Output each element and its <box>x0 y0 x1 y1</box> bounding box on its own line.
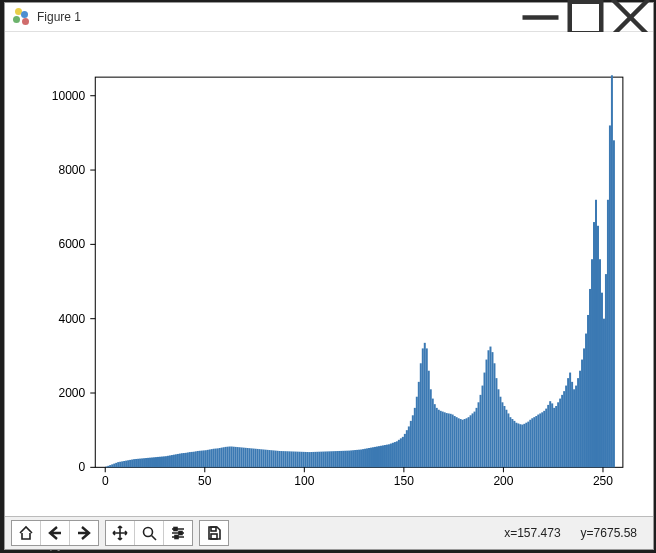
svg-rect-17 <box>135 459 137 467</box>
svg-rect-14 <box>129 460 131 467</box>
svg-rect-287 <box>211 534 217 539</box>
svg-rect-81 <box>263 449 265 467</box>
svg-rect-128 <box>356 450 358 467</box>
svg-rect-142 <box>384 445 386 467</box>
svg-rect-184 <box>468 417 470 467</box>
svg-rect-93 <box>286 451 288 467</box>
svg-rect-23 <box>147 458 149 467</box>
svg-rect-236 <box>571 382 573 467</box>
svg-rect-111 <box>322 452 324 468</box>
svg-rect-130 <box>360 449 362 467</box>
svg-rect-148 <box>396 441 398 467</box>
svg-rect-153 <box>406 430 408 467</box>
zoom-button[interactable] <box>135 521 164 545</box>
svg-rect-37 <box>175 454 177 467</box>
svg-point-282 <box>144 528 153 537</box>
nav-toolbar: x=157.473 y=7675.58 <box>5 517 653 549</box>
svg-rect-161 <box>422 348 424 467</box>
home-button[interactable] <box>12 521 41 545</box>
svg-rect-200 <box>499 397 501 468</box>
svg-rect-88 <box>276 451 278 468</box>
svg-rect-97 <box>294 452 296 468</box>
save-button[interactable] <box>200 521 228 545</box>
svg-rect-199 <box>497 389 499 467</box>
svg-rect-186 <box>472 413 474 467</box>
svg-rect-85 <box>270 450 272 467</box>
svg-rect-10 <box>121 461 123 467</box>
svg-rect-74 <box>249 448 251 467</box>
svg-rect-54 <box>209 449 211 467</box>
svg-rect-196 <box>491 352 493 467</box>
svg-rect-132 <box>364 449 366 468</box>
titlebar: Figure 1 <box>5 3 653 32</box>
svg-rect-252 <box>603 319 605 468</box>
svg-rect-283 <box>174 528 177 531</box>
svg-rect-77 <box>255 449 257 468</box>
svg-rect-154 <box>408 426 410 467</box>
pan-button[interactable] <box>106 521 135 545</box>
svg-rect-0 <box>570 1 602 33</box>
svg-rect-133 <box>366 448 368 467</box>
svg-rect-219 <box>537 415 539 468</box>
svg-rect-209 <box>517 423 519 467</box>
svg-rect-231 <box>561 395 563 467</box>
svg-rect-185 <box>470 415 472 467</box>
svg-rect-109 <box>318 452 320 468</box>
configure-button[interactable] <box>164 521 192 545</box>
svg-rect-129 <box>358 450 360 468</box>
svg-text:200: 200 <box>493 474 513 488</box>
back-button[interactable] <box>41 521 70 545</box>
svg-rect-214 <box>527 422 529 468</box>
svg-rect-86 <box>272 450 274 467</box>
svg-rect-253 <box>605 274 607 467</box>
svg-rect-90 <box>280 451 282 467</box>
svg-rect-50 <box>201 451 203 468</box>
close-button[interactable] <box>608 3 653 31</box>
svg-rect-56 <box>213 449 215 468</box>
svg-rect-118 <box>336 451 338 467</box>
svg-rect-203 <box>505 410 507 468</box>
svg-rect-25 <box>151 457 153 467</box>
svg-rect-11 <box>123 461 125 467</box>
svg-rect-60 <box>221 448 223 468</box>
svg-rect-101 <box>302 452 304 467</box>
svg-rect-119 <box>338 451 340 467</box>
svg-rect-124 <box>348 451 350 468</box>
svg-rect-140 <box>380 446 382 468</box>
svg-rect-44 <box>189 452 191 467</box>
svg-text:2000: 2000 <box>59 386 86 400</box>
svg-rect-237 <box>573 389 575 467</box>
svg-rect-117 <box>334 451 336 467</box>
status-x-label: x= <box>504 526 517 540</box>
svg-rect-178 <box>456 417 458 467</box>
svg-rect-206 <box>511 419 513 467</box>
svg-rect-188 <box>476 408 478 467</box>
plot-canvas[interactable]: 0501001502002500200040006000800010000 <box>5 32 653 517</box>
svg-rect-28 <box>157 457 159 467</box>
svg-rect-157 <box>414 408 416 467</box>
svg-rect-257 <box>613 140 615 467</box>
svg-rect-212 <box>523 424 525 467</box>
svg-rect-110 <box>320 452 322 468</box>
svg-text:100: 100 <box>294 474 314 488</box>
svg-rect-59 <box>219 448 221 467</box>
svg-rect-99 <box>298 452 300 468</box>
svg-rect-146 <box>392 443 394 468</box>
svg-rect-215 <box>529 420 531 468</box>
svg-rect-180 <box>460 419 462 467</box>
chart-svg: 0501001502002500200040006000800010000 <box>5 32 653 517</box>
svg-rect-2 <box>105 467 107 468</box>
svg-rect-113 <box>326 451 328 467</box>
svg-rect-125 <box>350 450 352 467</box>
svg-rect-224 <box>547 405 549 467</box>
svg-rect-143 <box>386 445 388 468</box>
forward-button[interactable] <box>70 521 98 545</box>
svg-rect-225 <box>549 401 551 467</box>
svg-rect-21 <box>143 458 145 467</box>
svg-rect-193 <box>486 360 488 468</box>
svg-rect-167 <box>434 404 436 467</box>
maximize-button[interactable] <box>563 3 608 31</box>
minimize-button[interactable] <box>518 3 563 31</box>
svg-text:0: 0 <box>79 460 86 474</box>
svg-rect-251 <box>601 293 603 468</box>
